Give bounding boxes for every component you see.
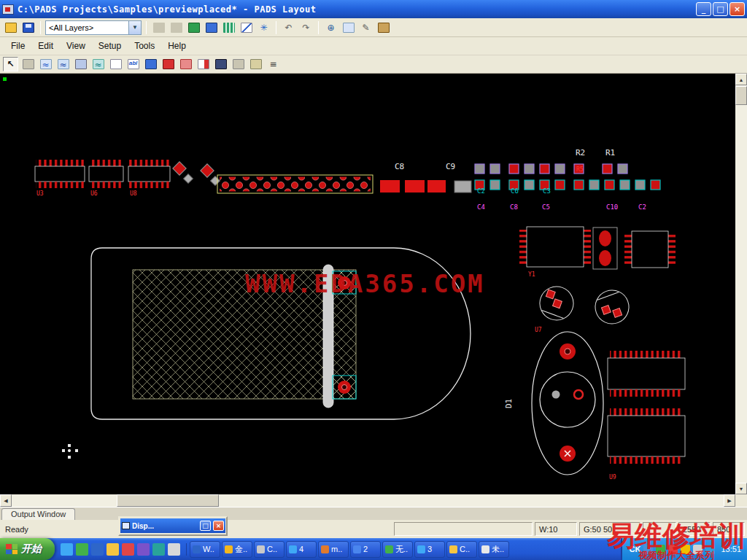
board-view-button[interactable] [204,20,219,35]
quick-launch-icon[interactable] [137,543,150,556]
quick-launch-icon[interactable] [107,543,119,556]
origin-button[interactable]: ✳ [256,20,271,35]
ref-r5[interactable]: R5 [576,166,584,173]
ref-label[interactable]: C2 [477,187,485,195]
mounting-pad-bottom[interactable] [333,376,356,399]
scroll-up-button[interactable]: ▲ [735,74,747,85]
measure-button[interactable] [376,20,391,35]
vertical-scrollbar[interactable]: ▲ ▼ [735,74,747,494]
vertical-scroll-thumb[interactable] [735,86,747,105]
minimize-button[interactable]: _ [696,2,711,16]
via-button[interactable] [143,57,158,71]
quick-launch-icon[interactable] [152,543,165,556]
preferences-button[interactable] [231,57,246,71]
floating-window-titlebar[interactable]: Disp... □ × [120,518,225,533]
tab-output-window[interactable]: Output Window [1,508,75,520]
close-icon[interactable]: × [213,521,224,531]
drafting-toolbar-button[interactable]: ≈ [90,57,106,71]
line-mode-button[interactable] [239,20,254,35]
task-button[interactable]: C.. [254,541,285,558]
task-button[interactable]: 无.. [382,541,413,558]
task-button[interactable]: W.. [190,541,220,558]
horizontal-scroll-thumb[interactable] [117,494,219,507]
redo-button[interactable]: ↷ [298,20,314,35]
ref-label[interactable]: C3 [543,187,551,195]
zoom-button[interactable]: ⊕ [323,20,338,35]
menu-edit[interactable]: Edit [31,39,60,53]
ref-c9[interactable]: C9 [446,162,455,171]
quick-launch-icon[interactable] [76,543,88,556]
tray-icon[interactable] [668,545,678,554]
quick-launch-icon[interactable] [91,543,104,556]
tray-icon[interactable] [681,545,690,554]
save-button[interactable] [20,20,36,35]
scroll-right-button[interactable]: ▶ [724,494,735,507]
undo-button[interactable]: ↶ [281,20,296,35]
quick-launch-icon[interactable] [61,543,73,556]
task-button[interactable]: m.. [318,541,349,558]
pcb-drawing[interactable]: U3 U6 U8 [0,74,735,494]
list-view-button[interactable]: ≡ [266,57,281,71]
cut-button[interactable] [151,20,166,35]
tray-icon[interactable] [693,545,703,554]
redraw-button[interactable] [186,20,201,35]
keepout-button[interactable] [160,57,176,71]
layer-selector[interactable]: <All Layers> ▼ [45,20,142,35]
close-button[interactable]: × [729,2,745,16]
quick-launch-icon[interactable] [168,543,180,556]
tray-icon[interactable] [656,545,665,554]
autoroute-toolbar-button[interactable] [73,57,88,71]
routing-toolbar-button[interactable]: ≈ [55,57,71,71]
options-button[interactable] [248,57,263,71]
ref-label[interactable]: C8 [510,203,518,211]
layer-dropdown-icon[interactable]: ▼ [128,21,141,34]
task-button[interactable]: 未.. [479,541,509,558]
grid-button[interactable] [221,20,236,35]
ref-label[interactable]: C5 [542,203,550,211]
horizontal-scrollbar[interactable]: ◀ ▶ [0,494,735,507]
ref-c8[interactable]: C8 [395,162,404,171]
clock[interactable]: 13:51 [718,545,741,553]
menu-tools[interactable]: Tools [128,39,161,53]
pour-manager-button[interactable] [213,57,228,71]
title-bar[interactable]: C:\PADS Projects\Samples\previewplaced* … [0,0,747,18]
ref-u7[interactable]: U7 [535,327,542,333]
menu-setup[interactable]: Setup [92,39,128,53]
open-file-button[interactable] [3,20,18,35]
select-tool-button[interactable]: ↖ [3,57,18,71]
quick-launch-icon[interactable] [122,543,134,556]
component-connector[interactable] [217,175,373,193]
menu-help[interactable]: Help [161,39,193,53]
task-button[interactable]: 2 [350,541,381,558]
task-button[interactable]: C.. [446,541,477,558]
menu-file[interactable]: File [4,39,31,53]
design-toolbar-button[interactable]: ≈ [38,57,53,71]
ref-label[interactable]: C4 [477,203,485,211]
task-button[interactable]: 3 [414,541,445,558]
padstack-button[interactable] [178,57,193,71]
restore-button[interactable]: □ [200,521,211,531]
maximize-button[interactable]: □ [713,2,728,16]
text-label-button[interactable]: abl [125,57,141,71]
ref-r2[interactable]: R2 [576,148,585,158]
cluster-placement-button[interactable] [20,57,36,71]
menu-view[interactable]: View [60,39,92,53]
task-button[interactable]: 金.. [222,541,252,558]
ref-label[interactable]: C6 [511,187,519,195]
ref-label[interactable]: C2 [638,203,646,211]
tray-icon[interactable] [705,545,715,554]
pan-button[interactable] [341,20,356,35]
ref-r1[interactable]: R1 [605,148,615,158]
start-button[interactable]: 开始 [0,538,55,560]
task-button[interactable]: 4 [286,541,317,558]
scroll-down-button[interactable]: ▼ [735,483,747,494]
ref-label[interactable]: C10 [606,203,618,211]
draw-button[interactable]: ✎ [358,20,374,35]
verify-design-button[interactable] [196,57,211,71]
scroll-left-button[interactable]: ◀ [0,494,12,507]
copy-button[interactable] [169,20,184,35]
floating-display-window[interactable]: Disp... □ × [118,516,228,536]
pcb-design-canvas[interactable]: U3 U6 U8 [0,74,735,494]
input-method-indicator[interactable]: CK [630,545,641,553]
tray-icon[interactable] [643,545,653,554]
